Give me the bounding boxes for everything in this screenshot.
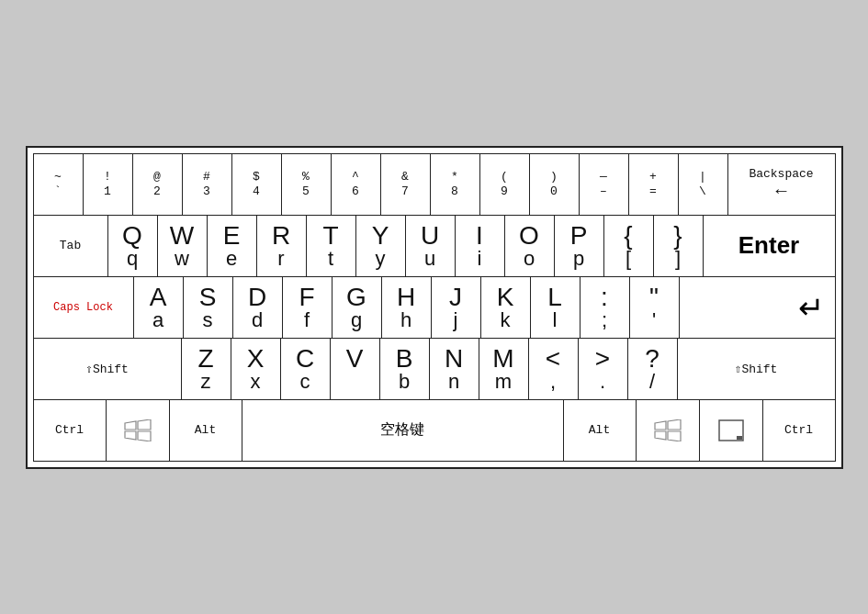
key-v[interactable]: V bbox=[330, 339, 380, 399]
windows-icon bbox=[123, 419, 152, 441]
zxcv-row: ⇧Shift Z z X x C c V B b N n M m bbox=[33, 339, 836, 400]
key-enter-large[interactable]: ↵ bbox=[679, 277, 836, 338]
key-tab[interactable]: Tab bbox=[33, 216, 108, 276]
key-minus[interactable]: — – bbox=[579, 154, 629, 215]
key-g[interactable]: G g bbox=[332, 277, 382, 338]
key-left-shift[interactable]: ⇧Shift bbox=[33, 339, 182, 399]
key-3[interactable]: # 3 bbox=[182, 154, 232, 215]
key-1[interactable]: ! 1 bbox=[83, 154, 133, 215]
key-r[interactable]: R r bbox=[256, 216, 307, 276]
key-u[interactable]: U u bbox=[405, 216, 456, 276]
key-a[interactable]: A a bbox=[133, 277, 184, 338]
key-o[interactable]: O o bbox=[504, 216, 555, 276]
key-k[interactable]: K k bbox=[480, 277, 531, 338]
key-4[interactable]: $ 4 bbox=[231, 154, 282, 215]
key-8[interactable]: * 8 bbox=[430, 154, 480, 215]
key-j[interactable]: J j bbox=[431, 277, 481, 338]
asdf-row: Caps Lock A a S s D d F f G g H h J j bbox=[33, 277, 836, 339]
keyboard: ~ ` ! 1 @ 2 # 3 $ 4 % 5 ^ 6 & 7 bbox=[26, 146, 843, 469]
key-tilde[interactable]: ~ ` bbox=[33, 154, 84, 215]
key-s[interactable]: S s bbox=[183, 277, 233, 338]
key-w[interactable]: W w bbox=[157, 216, 208, 276]
key-right-ctrl[interactable]: Ctrl bbox=[762, 400, 836, 461]
key-x[interactable]: X x bbox=[231, 339, 281, 399]
key-capslock[interactable]: Caps Lock bbox=[33, 277, 134, 338]
key-backslash[interactable]: | \ bbox=[678, 154, 728, 215]
key-y[interactable]: Y y bbox=[355, 216, 406, 276]
key-semicolon[interactable]: : ; bbox=[580, 277, 630, 338]
key-2[interactable]: @ 2 bbox=[132, 154, 183, 215]
key-q[interactable]: Q q bbox=[107, 216, 158, 276]
number-row: ~ ` ! 1 @ 2 # 3 $ 4 % 5 ^ 6 & 7 bbox=[33, 153, 836, 216]
key-i[interactable]: I i bbox=[455, 216, 505, 276]
key-right-alt[interactable]: Alt bbox=[563, 400, 637, 461]
key-rbracket[interactable]: } ] bbox=[653, 216, 704, 276]
key-left-alt[interactable]: Alt bbox=[169, 400, 242, 461]
key-quote[interactable]: " ' bbox=[629, 277, 680, 338]
key-p[interactable]: P p bbox=[554, 216, 604, 276]
key-t[interactable]: T t bbox=[306, 216, 356, 276]
key-enter[interactable]: Enter bbox=[703, 216, 836, 276]
key-right-shift[interactable]: ⇧Shift bbox=[677, 339, 836, 399]
key-0[interactable]: ) 0 bbox=[529, 154, 580, 215]
key-lbracket[interactable]: { [ bbox=[603, 216, 654, 276]
key-7[interactable]: & 7 bbox=[380, 154, 431, 215]
key-right-win[interactable] bbox=[636, 400, 700, 461]
windows-icon-right bbox=[653, 419, 682, 441]
key-d[interactable]: D d bbox=[232, 277, 283, 338]
key-z[interactable]: Z z bbox=[181, 339, 231, 399]
key-comma[interactable]: < , bbox=[528, 339, 579, 399]
key-6[interactable]: ^ 6 bbox=[331, 154, 381, 215]
key-m[interactable]: M m bbox=[479, 339, 529, 399]
key-left-ctrl[interactable]: Ctrl bbox=[33, 400, 107, 461]
bottom-row: Ctrl Alt 空格键 Alt bbox=[33, 400, 836, 462]
key-n[interactable]: N n bbox=[429, 339, 479, 399]
svg-marker-1 bbox=[737, 436, 742, 440]
key-space[interactable]: 空格键 bbox=[242, 400, 564, 461]
key-backspace[interactable]: Backspace ← bbox=[727, 154, 836, 215]
key-e[interactable]: E e bbox=[207, 216, 257, 276]
key-l[interactable]: L l bbox=[530, 277, 581, 338]
key-5[interactable]: % 5 bbox=[281, 154, 332, 215]
key-slash[interactable]: ? / bbox=[627, 339, 678, 399]
qwerty-row: Tab Q q W w E e R r T t Y y U u bbox=[33, 216, 836, 277]
key-equals[interactable]: + = bbox=[628, 154, 679, 215]
key-9[interactable]: ( 9 bbox=[479, 154, 530, 215]
key-menu[interactable] bbox=[699, 400, 763, 461]
key-f[interactable]: F f bbox=[282, 277, 333, 338]
key-left-win[interactable] bbox=[106, 400, 170, 461]
key-c[interactable]: C c bbox=[280, 339, 331, 399]
key-period[interactable]: > . bbox=[578, 339, 628, 399]
key-b[interactable]: B b bbox=[379, 339, 430, 399]
menu-icon bbox=[718, 419, 744, 441]
key-h[interactable]: H h bbox=[381, 277, 432, 338]
